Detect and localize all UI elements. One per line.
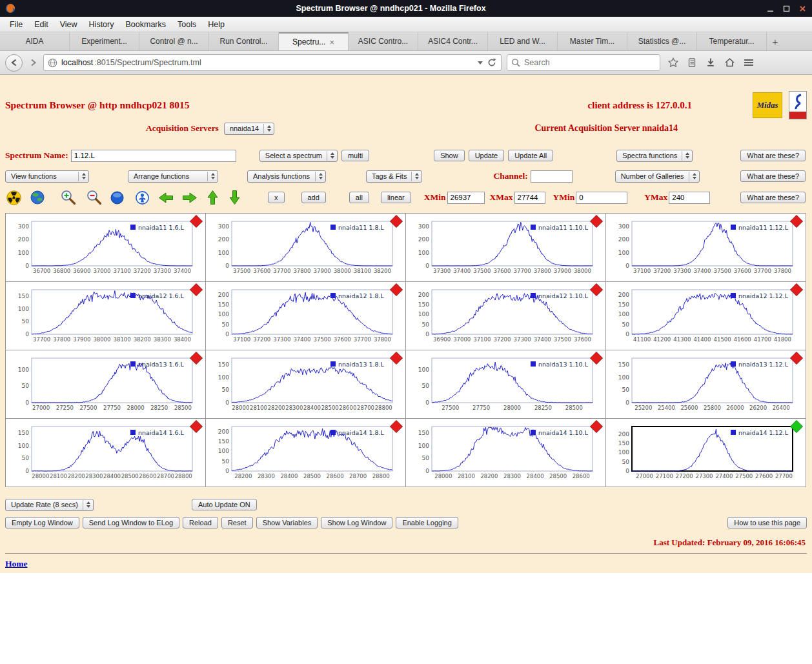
bookmarks-menu-icon[interactable]	[687, 57, 697, 68]
spectrum-name-input[interactable]	[71, 150, 236, 162]
x-button[interactable]: x	[268, 192, 285, 203]
arrange-functions-select[interactable]: Arrange functions	[128, 170, 218, 183]
tab-led-and-w[interactable]: LED and W...	[488, 32, 558, 50]
blue-sphere-icon[interactable]	[110, 191, 124, 205]
tab-aida[interactable]: AIDA	[0, 32, 70, 50]
bookmark-star-icon[interactable]	[668, 57, 678, 68]
view-functions-select[interactable]: View functions	[5, 170, 89, 183]
menu-history[interactable]: History	[83, 18, 120, 31]
what-are-these-button[interactable]: What are these?	[740, 170, 806, 182]
menu-help[interactable]: Help	[202, 18, 230, 31]
menu-edit[interactable]: Edit	[28, 18, 54, 31]
spectrum-panel-nnaida11-1-8-l[interactable]: 0100200300375003760037700378003790038000…	[206, 214, 405, 281]
reload-icon[interactable]	[487, 57, 497, 68]
add-button[interactable]: add	[301, 192, 326, 203]
reload-button[interactable]: Reload	[183, 517, 218, 528]
arrow-right-icon[interactable]	[182, 192, 198, 204]
auto-update-button[interactable]: Auto Update ON	[192, 499, 257, 510]
tab-temperatur[interactable]: Temperatur...	[697, 32, 767, 50]
xmax-input[interactable]	[514, 192, 545, 204]
midas-logo[interactable]: Midas	[753, 92, 782, 118]
tab-experiment[interactable]: Experiment...	[70, 32, 139, 50]
menu-bookmarks[interactable]: Bookmarks	[119, 18, 172, 31]
how-to-use-button[interactable]: How to use this page	[727, 517, 807, 528]
spectrum-panel-nnaida11-1-10-l[interactable]: 0100200300373003740037500376003770037800…	[406, 214, 605, 281]
spectrum-panel-nnaida13-1-10-l[interactable]: 0501002750027750280002825028500nnaida13 …	[406, 350, 605, 418]
analysis-functions-select[interactable]: Analysis functions	[247, 170, 326, 183]
tab-asic-contro[interactable]: ASIC Contro...	[349, 32, 418, 50]
menu-file[interactable]: File	[4, 18, 28, 31]
radiation-icon[interactable]	[6, 190, 21, 205]
menu-icon[interactable]	[744, 58, 754, 67]
spectrum-panel-nnaida13-1-12-l[interactable]: 0501001502520025400256002580026000262002…	[606, 350, 806, 418]
send-log-window-to-elog-button[interactable]: Send Log Window to ELog	[83, 517, 179, 528]
tab-close-icon[interactable]: ×	[329, 38, 334, 46]
spectrum-panel-nnaida11-1-6-l[interactable]: 0100200300367003680036900370003710037200…	[6, 214, 205, 281]
tab-asic4-contr[interactable]: ASIC4 Contr...	[418, 32, 488, 50]
url-dropdown-icon[interactable]	[478, 61, 483, 65]
ymax-input[interactable]	[669, 192, 710, 204]
forward-icon[interactable]	[28, 57, 38, 68]
spectrum-panel-nnaida12-1-12-l[interactable]: 0501001502004110041200413004140041500416…	[606, 282, 806, 350]
zoom-in-icon[interactable]	[60, 189, 77, 206]
tab-run-control[interactable]: Run Control...	[209, 32, 279, 50]
tab-spectru[interactable]: Spectru...×	[279, 32, 349, 50]
galleries-select[interactable]: Number of Galleries	[615, 170, 700, 183]
tab-statistics[interactable]: Statistics @...	[627, 32, 697, 50]
spectrum-select[interactable]: Select a spectrum	[259, 150, 338, 162]
url-bar[interactable]: localhost:8015/Spectrum/Spectrum.tml	[43, 54, 502, 71]
spectrum-panel-nnaida12-1-6-l[interactable]: 0501001503770037800379003800038100382003…	[6, 282, 205, 350]
show-log-window-button[interactable]: Show Log Window	[321, 517, 392, 528]
arrow-down-icon[interactable]	[228, 190, 241, 205]
ymin-input[interactable]	[576, 192, 627, 204]
show-button[interactable]: Show	[434, 150, 465, 161]
spectra-functions-select[interactable]: Spectra functions	[616, 150, 693, 162]
show-variables-button[interactable]: Show Variables	[256, 517, 318, 528]
reset-button[interactable]: Reset	[221, 517, 253, 528]
acquisition-server-select[interactable]: nnaida14	[224, 123, 274, 135]
spectrum-panel-nnaida14-1-6-l[interactable]: 0501001502800028100282002830028400285002…	[6, 419, 205, 487]
arrow-up-icon[interactable]	[207, 190, 219, 205]
spectrum-panel-nnaida14-1-12-l[interactable]: 0501001502002700027100272002730027400275…	[606, 419, 806, 487]
zoom-out-icon[interactable]	[86, 189, 103, 206]
maximize-button[interactable]	[782, 5, 791, 13]
channel-input[interactable]	[531, 170, 573, 183]
menu-view[interactable]: View	[54, 18, 83, 31]
new-tab-button[interactable]: +	[767, 32, 784, 50]
back-button[interactable]	[5, 54, 23, 72]
search-input[interactable]	[524, 58, 647, 67]
person-icon[interactable]	[136, 191, 149, 205]
what-are-these-button[interactable]: What are these?	[740, 150, 806, 161]
tags-fits-select[interactable]: Tags & Fits	[366, 170, 422, 183]
what-are-these-button[interactable]: What are these?	[740, 192, 806, 203]
xmin-input[interactable]	[447, 192, 485, 204]
empty-log-window-button[interactable]: Empty Log Window	[5, 517, 79, 528]
arrow-left-icon[interactable]	[158, 192, 174, 204]
enable-logging-button[interactable]: Enable Logging	[396, 517, 458, 528]
tab-control-n[interactable]: Control @ n...	[139, 32, 209, 50]
minimize-button[interactable]	[766, 5, 775, 13]
spectrum-panel-nnaida12-1-8-l[interactable]: 0501001502003710037200373003740037500376…	[206, 282, 405, 350]
spectrum-panel-nnaida14-1-8-l[interactable]: 0501001502002820028300284002850028600287…	[206, 419, 405, 487]
close-button[interactable]	[798, 5, 807, 13]
spectrum-panel-nnaida14-1-10-l[interactable]: 0501001502800028100282002830028400285002…	[406, 419, 605, 487]
globe-earth-icon[interactable]	[30, 190, 45, 205]
spectrum-panel-nnaida11-1-12-l[interactable]: 0100200300371003720037300374003750037600…	[606, 214, 806, 281]
linear-button[interactable]: linear	[381, 192, 411, 203]
spectrum-panel-nnaida12-1-10-l[interactable]: 0501001502003690037000371003720037300374…	[406, 282, 605, 350]
downloads-icon[interactable]	[705, 57, 716, 68]
menu-tools[interactable]: Tools	[172, 18, 202, 31]
multi-button[interactable]: multi	[341, 150, 369, 161]
tab-master-tim[interactable]: Master Tim...	[558, 32, 627, 50]
site-identity-globe-icon[interactable]	[48, 58, 57, 68]
search-bar[interactable]	[507, 54, 660, 71]
facility-logo[interactable]	[789, 91, 807, 119]
spectrum-panel-nnaida13-1-6-l[interactable]: 0501002700027250275002775028000282502850…	[6, 350, 205, 418]
update-rate-select[interactable]: Update Rate (8 secs)	[5, 499, 94, 511]
spectrum-panel-nnaida13-1-8-l[interactable]: 0501001502800028100282002830028400285002…	[206, 350, 405, 418]
update-button[interactable]: Update	[469, 150, 504, 161]
update-all-button[interactable]: Update All	[508, 150, 553, 161]
home-icon[interactable]	[724, 57, 735, 68]
home-link[interactable]: Home	[5, 559, 28, 569]
all-button[interactable]: all	[349, 192, 369, 203]
